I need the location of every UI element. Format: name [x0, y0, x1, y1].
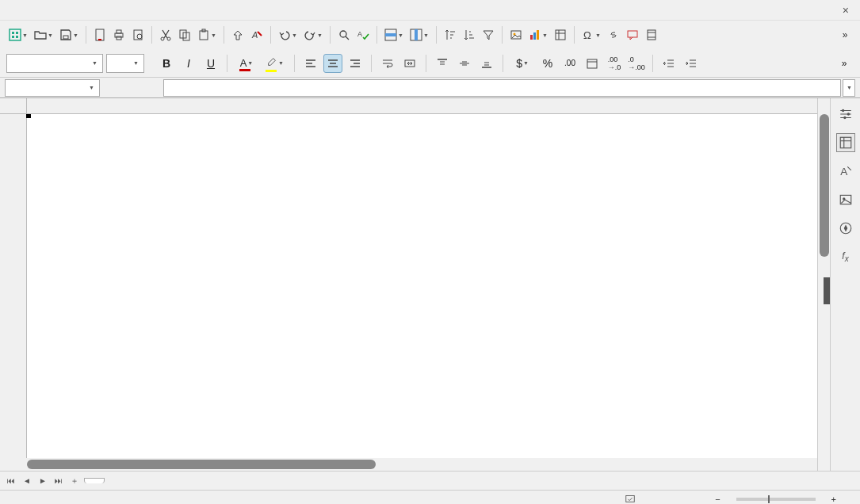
svg-rect-28: [533, 32, 536, 40]
clear-formatting-button[interactable]: A: [248, 26, 266, 44]
zoom-slider[interactable]: [736, 498, 816, 501]
italic-button[interactable]: I: [179, 54, 198, 73]
menu-styles[interactable]: [70, 8, 82, 13]
redo-button[interactable]: ▼: [301, 26, 325, 44]
highlight-color-button[interactable]: ▼: [262, 54, 288, 73]
align-right-button[interactable]: [346, 54, 365, 73]
undo-button[interactable]: ▼: [276, 26, 300, 44]
svg-rect-27: [530, 35, 533, 40]
align-top-button[interactable]: [433, 54, 452, 73]
bold-button[interactable]: B: [157, 54, 176, 73]
next-sheet-button[interactable]: ►: [36, 475, 49, 487]
add-sheet-button[interactable]: ＋: [68, 475, 81, 487]
menu-data[interactable]: [95, 8, 108, 13]
align-bottom-button[interactable]: [477, 54, 496, 73]
font-size-input[interactable]: ▼: [106, 54, 144, 73]
sum-button[interactable]: [125, 79, 143, 97]
cell-reference-input[interactable]: ▼: [5, 79, 100, 97]
menu-insert[interactable]: [44, 8, 57, 13]
pivot-button[interactable]: [552, 26, 569, 44]
sidebar-gallery-icon[interactable]: [836, 190, 855, 209]
add-decimal-button[interactable]: .00→.0: [605, 54, 624, 73]
sidebar-navigator-icon[interactable]: [836, 219, 855, 238]
first-sheet-button[interactable]: ⏮: [5, 475, 17, 487]
row-button[interactable]: ▼: [382, 26, 406, 44]
currency-button[interactable]: $▼: [510, 54, 535, 73]
spellcheck-button[interactable]: A: [354, 26, 372, 44]
align-middle-button[interactable]: [455, 54, 474, 73]
zoom-in-button[interactable]: +: [831, 494, 836, 504]
menu-help[interactable]: [133, 8, 146, 13]
increase-indent-button[interactable]: [682, 54, 701, 73]
sidebar-styles-icon[interactable]: A: [836, 162, 855, 181]
svg-point-36: [841, 109, 843, 112]
hyperlink-button[interactable]: [605, 26, 622, 44]
insert-image-button[interactable]: [507, 26, 525, 44]
clone-formatting-button[interactable]: [229, 26, 247, 44]
print-preview-button[interactable]: [129, 26, 147, 44]
new-button[interactable]: ▼: [6, 26, 30, 44]
headers-footers-button[interactable]: [643, 26, 660, 44]
spreadsheet-grid[interactable]: [0, 98, 817, 471]
svg-rect-6: [96, 29, 104, 40]
menu-tools[interactable]: [108, 8, 120, 13]
fill-handle[interactable]: [26, 114, 31, 118]
save-button[interactable]: ▼: [57, 26, 81, 44]
column-button[interactable]: ▼: [407, 26, 431, 44]
sort-asc-button[interactable]: [441, 26, 459, 44]
svg-rect-33: [648, 30, 656, 40]
sidebar-settings-icon[interactable]: [836, 105, 855, 124]
cut-button[interactable]: [157, 26, 174, 44]
special-char-button[interactable]: Ω▼: [579, 26, 603, 44]
horizontal-scrollbar[interactable]: [0, 458, 817, 471]
copy-button[interactable]: [176, 26, 193, 44]
cells-area[interactable]: [27, 114, 817, 458]
function-wizard-button[interactable]: [108, 79, 125, 97]
underline-button[interactable]: U: [201, 54, 220, 73]
svg-rect-39: [840, 137, 851, 148]
date-button[interactable]: [583, 54, 602, 73]
percent-button[interactable]: %: [538, 54, 557, 73]
align-left-button[interactable]: [301, 54, 320, 73]
zoom-out-button[interactable]: −: [715, 494, 720, 504]
font-name-input[interactable]: ▼: [6, 54, 103, 73]
decrease-indent-button[interactable]: [659, 54, 678, 73]
formula-button[interactable]: [143, 79, 160, 97]
menu-sheet[interactable]: [82, 8, 95, 13]
comment-button[interactable]: [624, 26, 641, 44]
sidebar-functions-icon[interactable]: fx: [836, 247, 855, 266]
remove-decimal-button[interactable]: .0→.00: [627, 54, 646, 73]
menu-view[interactable]: [32, 8, 44, 13]
open-button[interactable]: ▼: [32, 26, 55, 44]
export-pdf-button[interactable]: [91, 26, 109, 44]
signature-icon[interactable]: [625, 493, 636, 505]
wrap-text-button[interactable]: [378, 54, 397, 73]
merge-cells-button[interactable]: [400, 54, 419, 73]
sidebar-properties-icon[interactable]: [836, 133, 855, 152]
autofilter-button[interactable]: [480, 26, 497, 44]
toolbar-more-button[interactable]: »: [836, 26, 854, 44]
menu-window[interactable]: [120, 8, 133, 13]
formula-expand-button[interactable]: ▼: [843, 79, 855, 97]
menu-format[interactable]: [57, 8, 70, 13]
close-document-button[interactable]: ×: [838, 4, 854, 17]
svg-rect-22: [385, 33, 396, 36]
prev-sheet-button[interactable]: ◄: [21, 475, 33, 487]
paste-button[interactable]: ▼: [195, 26, 219, 44]
insert-chart-button[interactable]: ▼: [526, 26, 550, 44]
cell-cursor: [27, 114, 30, 117]
select-all-corner[interactable]: [0, 98, 27, 113]
sheet-tab[interactable]: [84, 478, 105, 483]
formula-input[interactable]: [163, 79, 841, 97]
sidebar-collapse-handle[interactable]: [824, 277, 830, 304]
last-sheet-button[interactable]: ⏭: [52, 475, 65, 487]
menu-file[interactable]: [6, 8, 19, 13]
print-button[interactable]: [110, 26, 128, 44]
find-button[interactable]: [335, 26, 353, 44]
align-center-button[interactable]: [323, 54, 342, 73]
font-color-button[interactable]: A▼: [234, 54, 259, 73]
number-button[interactable]: .00: [560, 54, 579, 73]
menu-edit[interactable]: [19, 8, 32, 13]
formatting-more-button[interactable]: »: [835, 54, 854, 73]
sort-desc-button[interactable]: [461, 26, 478, 44]
